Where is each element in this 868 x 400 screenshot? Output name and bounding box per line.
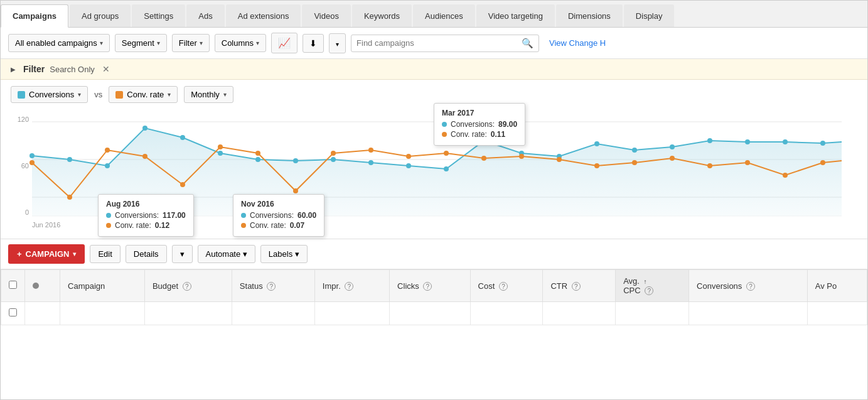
close-icon[interactable]: ✕ (102, 64, 110, 74)
tooltip-nov2016-rate-row: Conv. rate: 0.07 (241, 221, 316, 230)
ctr-header[interactable]: CTR ? (543, 270, 616, 302)
svg-point-5 (29, 153, 35, 158)
row-checkbox-cell[interactable] (1, 302, 25, 325)
status-col-header[interactable]: Status ? (232, 270, 314, 302)
tab-campaigns[interactable]: Campaigns (1, 4, 68, 28)
tab-keywords[interactable]: Keywords (352, 4, 412, 27)
tooltip-nov2016-conv-row: Conversions: 60.00 (241, 211, 316, 220)
tab-dimensions[interactable]: Dimensions (556, 4, 623, 27)
download-arrow-btn[interactable]: ▾ (329, 33, 346, 53)
tooltip-aug2016: Aug 2016 Conversions: 117.00 Conv. rate:… (98, 194, 194, 237)
search-box[interactable]: 🔍 (351, 35, 539, 52)
row-clicks-cell (390, 302, 470, 325)
chevron-down-icon: ▾ (256, 40, 259, 46)
help-icon[interactable]: ? (645, 286, 653, 295)
plus-icon: + (17, 249, 22, 259)
svg-point-43 (632, 160, 637, 165)
svg-point-21 (632, 148, 637, 153)
tab-ad-extensions[interactable]: Ad extensions (226, 4, 301, 27)
something-btn[interactable]: ▾ (172, 245, 193, 263)
row-checkbox[interactable] (9, 308, 17, 316)
row-ctr-cell (543, 302, 616, 325)
chart-area: 120 60 0 (1, 109, 867, 235)
row-avg-cpc-cell (616, 302, 689, 325)
tab-settings[interactable]: Settings (132, 4, 185, 27)
svg-point-42 (594, 163, 599, 168)
tooltip-mar2017-conv-row: Conversions: 89.00 (442, 120, 517, 129)
tooltip-nov2016-rate-value: 0.07 (290, 221, 304, 230)
download-btn[interactable]: ⬇ (303, 34, 324, 53)
svg-point-8 (142, 126, 147, 131)
help-icon[interactable]: ? (183, 282, 191, 291)
cost-header[interactable]: Cost ? (470, 270, 543, 302)
svg-point-44 (670, 156, 675, 161)
row-budget-cell (144, 302, 232, 325)
tab-ads[interactable]: Ads (186, 4, 224, 27)
conversions-header[interactable]: Conversions ? (689, 270, 808, 302)
help-icon[interactable]: ? (499, 282, 508, 291)
segment-btn[interactable]: Segment ▾ (115, 34, 167, 52)
chevron-down-icon: ▾ (157, 40, 160, 46)
tab-videos[interactable]: Videos (302, 4, 351, 27)
automate-btn[interactable]: Automate ▾ (198, 245, 255, 263)
budget-header[interactable]: Budget ? (144, 270, 232, 302)
details-btn[interactable]: Details (126, 245, 167, 263)
filter-btn[interactable]: Filter ▾ (172, 34, 210, 52)
tab-display[interactable]: Display (624, 4, 675, 27)
svg-point-47 (783, 173, 788, 178)
av-pos-header[interactable]: Av Po (807, 270, 867, 302)
help-icon[interactable]: ? (746, 282, 755, 291)
tab-video-targeting[interactable]: Video targeting (476, 4, 555, 27)
svg-point-9 (180, 135, 185, 140)
row-campaign-cell (60, 302, 145, 325)
edit-btn[interactable]: Edit (90, 245, 120, 263)
svg-point-33 (255, 151, 260, 156)
campaigns-filter-btn[interactable]: All enabled campaigns ▾ (8, 34, 110, 52)
svg-point-27 (29, 160, 35, 165)
svg-point-14 (368, 160, 373, 165)
svg-point-16 (444, 166, 449, 171)
search-icon[interactable]: 🔍 (522, 38, 533, 49)
svg-point-48 (820, 160, 825, 165)
help-icon[interactable]: ? (423, 282, 432, 291)
tooltip-aug2016-conv-row: Conversions: 117.00 (106, 211, 186, 220)
campaign-button[interactable]: + CAMPAIGN ▾ (8, 244, 85, 264)
tab-audiences[interactable]: Audiences (413, 4, 475, 27)
svg-point-31 (180, 182, 185, 187)
y-axis: 120 60 0 (7, 116, 29, 216)
campaign-header[interactable]: Campaign (60, 270, 145, 302)
chart-icon-btn[interactable]: 📈 (271, 33, 297, 53)
impr-header[interactable]: Impr. ? (314, 270, 389, 302)
toolbar: All enabled campaigns ▾ Segment ▾ Filter… (1, 28, 867, 59)
labels-btn[interactable]: Labels ▾ (260, 245, 308, 263)
select-all-checkbox[interactable] (9, 281, 17, 289)
sort-arrow-icon: ↑ (644, 278, 647, 285)
search-input[interactable] (356, 38, 522, 48)
table-row (1, 302, 867, 325)
clicks-header[interactable]: Clicks ? (390, 270, 470, 302)
columns-btn[interactable]: Columns ▾ (215, 34, 266, 52)
svg-point-11 (255, 157, 260, 162)
metric1-btn[interactable]: Conversions ▾ (11, 86, 88, 103)
tab-ad-groups[interactable]: Ad groups (70, 4, 131, 27)
period-btn[interactable]: Monthly ▾ (184, 86, 233, 103)
expand-icon[interactable]: ▶ (11, 66, 16, 73)
help-icon[interactable]: ? (267, 282, 276, 291)
svg-point-13 (331, 157, 336, 162)
help-icon[interactable]: ? (572, 282, 581, 291)
svg-point-24 (745, 139, 750, 144)
help-icon[interactable]: ? (345, 282, 353, 291)
campaign-btn-label: CAMPAIGN (26, 249, 70, 259)
row-status-cell (25, 302, 60, 325)
tooltip-nov2016-rate-label: Conv. rate: (250, 221, 286, 230)
svg-point-39 (481, 156, 486, 161)
tab-bar: Campaigns Ad groups Settings Ads Ad exte… (1, 1, 867, 28)
avg-cpc-header[interactable]: Avg. ↑CPC ? (616, 270, 689, 302)
svg-point-23 (707, 138, 712, 143)
svg-point-35 (331, 151, 336, 156)
view-change-history-link[interactable]: View Change H (549, 38, 606, 48)
y-label-120: 120 (18, 116, 29, 123)
svg-point-45 (707, 163, 712, 168)
period-label: Monthly (191, 90, 220, 99)
metric2-btn[interactable]: Conv. rate ▾ (109, 86, 178, 103)
